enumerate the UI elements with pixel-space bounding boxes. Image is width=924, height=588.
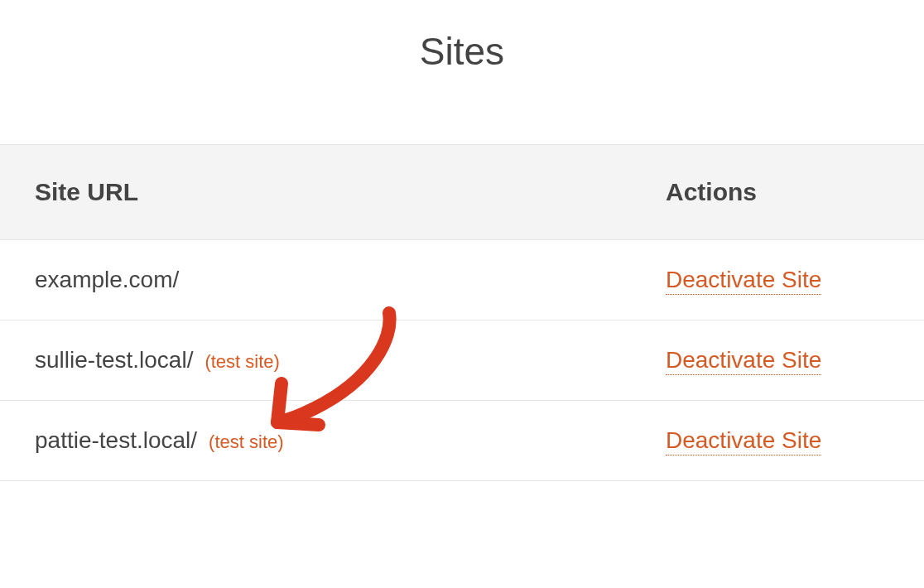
test-site-badge: (test site) (205, 351, 279, 373)
table-row: example.com/ Deactivate Site (0, 240, 924, 321)
site-url-cell: sullie-test.local/ (test site) (35, 347, 666, 374)
deactivate-site-link[interactable]: Deactivate Site (666, 267, 821, 295)
action-cell: Deactivate Site (666, 267, 889, 293)
table-row: pattie-test.local/ (test site) Deactivat… (0, 401, 924, 481)
deactivate-site-link[interactable]: Deactivate Site (666, 427, 821, 455)
deactivate-site-link[interactable]: Deactivate Site (666, 347, 821, 375)
site-url-text: pattie-test.local/ (35, 427, 197, 454)
action-cell: Deactivate Site (666, 427, 889, 454)
site-url-cell: pattie-test.local/ (test site) (35, 427, 666, 454)
column-header-url: Site URL (35, 178, 666, 206)
site-url-cell: example.com/ (35, 267, 666, 293)
action-cell: Deactivate Site (666, 347, 889, 374)
table-row: sullie-test.local/ (test site) Deactivat… (0, 321, 924, 401)
site-url-text: sullie-test.local/ (35, 347, 193, 374)
test-site-badge: (test site) (209, 431, 283, 453)
table-header: Site URL Actions (0, 144, 924, 240)
page-title: Sites (0, 29, 924, 74)
column-header-actions: Actions (666, 178, 889, 206)
site-url-text: example.com/ (35, 267, 179, 293)
